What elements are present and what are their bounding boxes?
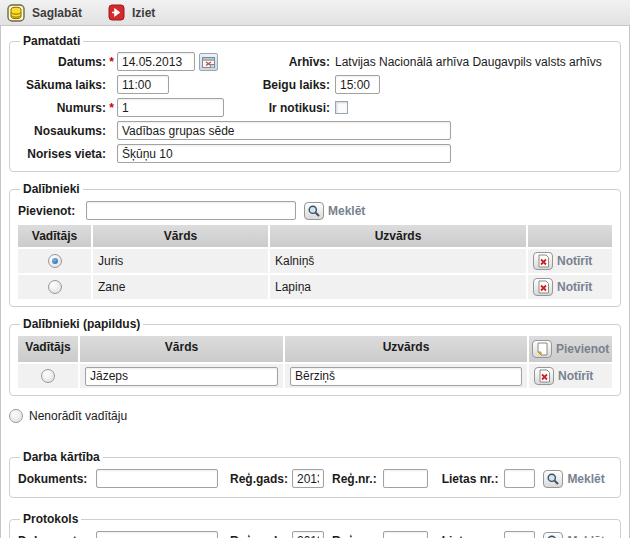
numurs-input[interactable]	[117, 98, 224, 117]
reg-nr-label: Reģ.nr.:	[332, 534, 377, 538]
norises-vieta-input[interactable]	[117, 144, 451, 163]
papildus-table: Vadītājs Vārds Uzvārds Pievienot	[18, 336, 612, 388]
datums-label: Datums:	[18, 55, 106, 69]
vaditajs-radio-zane[interactable]	[48, 280, 62, 294]
table-row-1-uzvards-cell: Kalniņš	[270, 249, 526, 273]
ir-notikusi-checkbox[interactable]	[335, 101, 348, 114]
sakuma-laiks-label: Sākuma laiks:	[18, 78, 106, 92]
papildus-row-1-action-cell: Notīrīt	[529, 364, 612, 388]
column-header-vaditajs: Vadītājs	[18, 225, 91, 247]
papildus-vards-input[interactable]	[85, 367, 278, 386]
save-button[interactable]: Saglabāt	[7, 4, 82, 22]
add-row-icon[interactable]	[532, 340, 552, 358]
arhivs-label: Arhīvs:	[250, 55, 330, 69]
pamatdati-legend: Pamatdati	[20, 34, 83, 48]
table-row-1-vards-cell: Juris	[93, 249, 268, 273]
search-icon[interactable]	[304, 202, 324, 220]
reg-nr-input[interactable]	[383, 469, 428, 488]
table-row-2-action-cell: Notīrīt	[528, 275, 612, 299]
papildus-row-1-vards-cell	[80, 364, 283, 388]
column-header-vards: Vārds	[80, 336, 283, 362]
pievienot-row-button[interactable]: Pievienot	[556, 342, 609, 356]
norises-vieta-row: Norises vieta:	[18, 143, 612, 164]
column-header-pievienot: Pievienot	[529, 336, 612, 362]
numurs-label: Numurs:	[18, 101, 106, 115]
dokuments-input[interactable]	[96, 469, 218, 488]
nenoradit-row: Nenorādīt vadītāju	[9, 408, 629, 424]
dalibnieki-table: Vadītājs Vārds Uzvārds Juris Kalniņš Not…	[18, 225, 612, 299]
ir-notikusi-label: Ir notikusi:	[250, 101, 330, 115]
exit-arrow-icon	[108, 4, 125, 21]
nosaukums-label: Nosaukums:	[18, 124, 106, 138]
dalibnieki-section: Dalībnieki Pievienot: Meklēt Vadītājs Vā…	[9, 182, 621, 307]
reg-gads-label: Reģ.gads:	[230, 534, 288, 538]
protokols-legend: Protokols	[20, 512, 81, 526]
nosaukums-row: Nosaukums:	[18, 120, 612, 141]
spacer	[1, 424, 629, 450]
nenoradit-label: Nenorādīt vadītāju	[29, 409, 127, 423]
papildus-uzvards-input[interactable]	[290, 367, 522, 386]
papildus-row-1-vaditajs-cell	[18, 364, 78, 388]
papildus-section: Dalībnieki (papildus) Vadītājs Vārds Uzv…	[9, 317, 621, 396]
beigu-laiks-input[interactable]	[335, 75, 380, 94]
meklet-button[interactable]: Meklēt	[328, 204, 365, 218]
exit-button-label: Iziet	[132, 6, 155, 20]
table-row-1-action-cell: Notīrīt	[528, 249, 612, 273]
table-row-2-uzvards-cell: Lapiņa	[270, 275, 526, 299]
table-row-2-vaditajs-cell	[18, 275, 91, 299]
meklet-button[interactable]: Meklēt	[567, 534, 604, 538]
nenoradit-radio[interactable]	[9, 409, 23, 423]
numurs-row: Numurs: * Ir notikusi:	[18, 97, 612, 118]
clear-row-icon[interactable]	[534, 367, 554, 385]
pievienot-row: Pievienot: Meklēt	[18, 199, 612, 222]
column-header-vaditajs: Vadītājs	[18, 336, 78, 362]
papildus-row-1-uzvards-cell	[285, 364, 527, 388]
protokols-section: Protokols Dokuments: Reģ.gads: Reģ.nr.: …	[9, 512, 621, 538]
meklet-button[interactable]: Meklēt	[567, 472, 604, 486]
clear-row-icon[interactable]	[533, 278, 553, 296]
table-row-2-vards-cell: Zane	[93, 275, 268, 299]
dokuments-label: Dokuments:	[18, 472, 96, 486]
notirit-button[interactable]: Notīrīt	[558, 369, 593, 383]
reg-nr-input[interactable]	[383, 531, 428, 538]
vaditajs-radio-jazeps[interactable]	[41, 369, 55, 383]
pamatdati-section: Pamatdati Datums: * Arhīvs: Latvijas Nac…	[9, 34, 621, 172]
lietas-nr-input[interactable]	[504, 469, 535, 488]
pievienot-search-input[interactable]	[86, 201, 296, 220]
reg-nr-label: Reģ.nr.:	[332, 472, 377, 486]
table-row-1-vaditajs-cell	[18, 249, 91, 273]
sakuma-laiks-input[interactable]	[117, 75, 169, 94]
column-header-uzvards: Uzvārds	[270, 225, 526, 247]
lietas-nr-input[interactable]	[504, 531, 535, 538]
notirit-button[interactable]: Notīrīt	[557, 254, 592, 268]
datums-required-marker: *	[106, 55, 117, 69]
form-content: Pamatdati Datums: * Arhīvs: Latvijas Nac…	[0, 26, 630, 538]
search-icon[interactable]	[543, 532, 563, 538]
reg-gads-label: Reģ.gads:	[230, 472, 288, 486]
exit-button[interactable]: Iziet	[108, 4, 155, 21]
search-icon[interactable]	[543, 470, 563, 488]
database-save-icon	[7, 4, 25, 22]
pievienot-label: Pievienot:	[18, 204, 86, 218]
arhivs-value: Latvijas Nacionālā arhīva Daugavpils val…	[335, 55, 602, 69]
reg-gads-input[interactable]	[292, 531, 324, 538]
clear-row-icon[interactable]	[533, 252, 553, 270]
nosaukums-input[interactable]	[117, 121, 451, 140]
calendar-icon[interactable]	[199, 53, 218, 71]
dokuments-label: Dokuments:	[18, 534, 96, 538]
datums-input[interactable]	[117, 52, 195, 71]
notirit-button[interactable]: Notīrīt	[557, 280, 592, 294]
column-header-vards: Vārds	[93, 225, 268, 247]
beigu-laiks-label: Beigu laiks:	[250, 78, 330, 92]
dokuments-input[interactable]	[96, 531, 218, 538]
darba-kartiba-legend: Darba kārtība	[20, 450, 103, 464]
toolbar: Saglabāt Iziet	[0, 0, 630, 26]
column-header-uzvards: Uzvārds	[285, 336, 527, 362]
lietas-nr-label: Lietas nr.:	[442, 472, 499, 486]
laiks-row: Sākuma laiks: Beigu laiks:	[18, 74, 612, 95]
lietas-nr-label: Lietas nr.:	[442, 534, 499, 538]
reg-gads-input[interactable]	[292, 469, 324, 488]
vaditajs-radio-juris[interactable]	[48, 254, 62, 268]
norises-vieta-label: Norises vieta:	[18, 147, 106, 161]
save-button-label: Saglabāt	[32, 6, 82, 20]
